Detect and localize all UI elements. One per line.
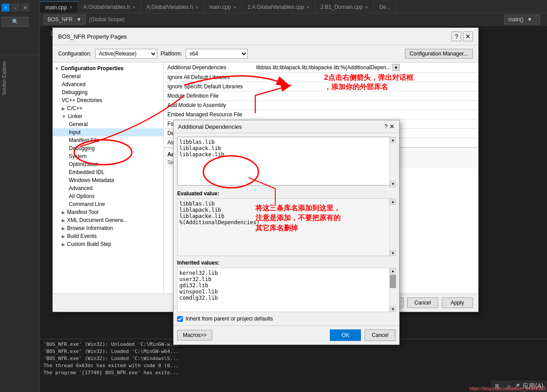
prop-row-additional-deps[interactable]: Additional Dependencies libblas.lib;libl… xyxy=(164,63,478,73)
add-dep-help-button[interactable]: ? xyxy=(384,123,388,130)
tab-globalvariables-2[interactable]: A:GlobalVariables.h × xyxy=(141,1,204,13)
tab-globalvariables-cpp[interactable]: 1:A:GlobalVariables.cpp × xyxy=(242,1,315,13)
inherited-container: kernel32.lib user32.lib gdi32.lib winspo… xyxy=(177,268,396,312)
tree-item-vc-directories[interactable]: VC++ Directories xyxy=(53,96,163,104)
apply-button[interactable]: Apply xyxy=(442,297,473,308)
prop-row-ignore-specific[interactable]: Ignore Specific Default Libraries xyxy=(164,82,478,91)
close-icon[interactable]: × xyxy=(307,5,309,10)
scroll-up-icon[interactable]: ▲ xyxy=(390,137,396,143)
tree-item-manifest-tool[interactable]: ▶ Manifest Tool xyxy=(53,208,163,216)
tree-arrow-icon-3: ▼ xyxy=(62,114,66,119)
tree-item-debugging-top[interactable]: Debugging xyxy=(53,88,163,96)
dialog-help-button[interactable]: ? xyxy=(452,32,461,41)
tree-item-cpp[interactable]: ▶ C/C++ xyxy=(53,104,163,112)
tab-main-cpp[interactable]: main.cpp × xyxy=(40,1,78,13)
tree-arrow-icon-2: ▶ xyxy=(62,106,65,111)
inherited-scrollbar[interactable]: ▲ ▼ xyxy=(389,268,396,312)
evaluated-label: Evaluated value: xyxy=(177,190,396,197)
tree-item-windows-metadata[interactable]: Windows Metadata xyxy=(53,176,163,184)
nav-btn-2[interactable]: - xyxy=(12,4,20,12)
evaluated-container: libblas.lib liblapack.lib liblapacke.lib… xyxy=(177,198,396,256)
tree-item-all-options[interactable]: All Options xyxy=(53,192,163,200)
inherited-line-5: comdlg32.lib xyxy=(179,295,393,301)
tree-item-embedded-idl[interactable]: Embedded IDL xyxy=(53,168,163,176)
close-icon[interactable]: × xyxy=(70,5,72,10)
inherited-line-2: user32.lib xyxy=(179,276,393,282)
dialog-title-bar: BOS_NFR Property Pages ? ✕ xyxy=(53,28,478,45)
tree-item-xml-doc[interactable]: ▶ XML Document Genera... xyxy=(53,216,163,224)
search-sidebar[interactable]: 🔍 xyxy=(0,15,40,28)
function-selector[interactable]: main() ▼ xyxy=(504,15,540,24)
add-dep-title-text: Additional Dependencies xyxy=(178,123,242,130)
tab-bar: main.cpp × A:GlobalVariables.h × A:Globa… xyxy=(40,0,547,13)
tree-arrow-icon-8: ▶ xyxy=(62,242,65,247)
inherited-values-section: Inherited values: kernel32.lib user32.li… xyxy=(177,260,396,312)
nav-btn-1[interactable]: + xyxy=(2,4,10,12)
add-dep-input[interactable]: libblas.lib liblapack.lib liblapacke.lib xyxy=(177,137,396,186)
tree-item-linker-advanced[interactable]: Advanced xyxy=(53,184,163,192)
dropdown-arrow-icon-2: ▼ xyxy=(527,16,532,23)
tree-item-browse-info[interactable]: ▶ Browse Information xyxy=(53,224,163,232)
tree-item-linker[interactable]: ▼ Linker xyxy=(53,112,163,120)
nav-btn-3[interactable]: × xyxy=(21,4,29,12)
search-icon: 🔍 xyxy=(2,17,28,27)
inherited-scroll-down-icon[interactable]: ▼ xyxy=(390,306,396,312)
close-icon[interactable]: × xyxy=(196,5,198,10)
eval-scrollbar[interactable]: ▲ ▼ xyxy=(389,198,396,256)
tab-b1domain[interactable]: 2:B1_Domain.cpp × xyxy=(315,1,374,13)
cancel-button[interactable]: Cancel xyxy=(407,297,438,308)
output-line-5: The program '[17740] BOS_NFR.exe' has ex… xyxy=(44,369,543,376)
tree-item-command-line[interactable]: Command Line xyxy=(53,200,163,208)
project-selector[interactable]: BOS_NFR ▼ xyxy=(44,15,86,24)
add-dep-title-bar: Additional Dependencies ? ✕ xyxy=(174,120,399,133)
tree-item-linker-general[interactable]: General xyxy=(53,120,163,128)
eval-scroll-down-icon[interactable]: ▼ xyxy=(390,250,396,256)
tab-main-cpp-2[interactable]: main.cpp × xyxy=(204,1,242,13)
tree-item-advanced[interactable]: Advanced xyxy=(53,80,163,88)
platform-select[interactable]: x64 xyxy=(186,49,248,59)
tree-item-manifest-file[interactable]: Manifest File xyxy=(53,136,163,144)
dialog-title: BOS_NFR Property Pages xyxy=(58,33,127,40)
add-dep-title-buttons: ? ✕ xyxy=(384,123,395,130)
add-dep-cancel-button[interactable]: Cancel xyxy=(365,329,396,341)
inherit-checkbox[interactable] xyxy=(177,316,183,322)
tree-item-build-events[interactable]: ▶ Build Events xyxy=(53,232,163,240)
config-manager-button[interactable]: Configuration Manager... xyxy=(405,49,473,59)
output-line-3: 'BOS_NFR.exe' (Win32): Loaded 'C:\Window… xyxy=(44,355,543,362)
add-dep-ok-button[interactable]: OK xyxy=(330,329,361,341)
macros-button[interactable]: Macros>> xyxy=(177,330,212,341)
additional-deps-dropdown-button[interactable]: ▼ xyxy=(392,64,400,71)
inherited-label: Inherited values: xyxy=(177,260,396,266)
tree-item-config-properties[interactable]: ▼ Configuration Properties xyxy=(53,64,163,72)
close-icon[interactable]: × xyxy=(133,5,135,10)
additional-dependencies-dialog: Additional Dependencies ? ✕ libblas.lib … xyxy=(173,120,400,345)
tab-globalvariables-1[interactable]: A:GlobalVariables.h × xyxy=(78,1,141,13)
eval-line-4: %(AdditionalDependencies) xyxy=(179,219,393,226)
add-dep-close-button[interactable]: ✕ xyxy=(389,123,395,130)
close-icon[interactable]: × xyxy=(234,5,236,10)
scroll-down-icon[interactable]: ▼ xyxy=(390,181,396,187)
eval-scroll-up-icon[interactable]: ▲ xyxy=(390,198,396,205)
dialog-close-button[interactable]: ✕ xyxy=(463,32,473,41)
tree-arrow-icon-5: ▶ xyxy=(62,218,65,223)
config-select[interactable]: Active(Release) xyxy=(95,49,157,59)
dropdown-arrow-icon: ▼ xyxy=(76,16,82,23)
tree-item-system[interactable]: System xyxy=(53,152,163,160)
tree-item-optimization[interactable]: Optimization xyxy=(53,160,163,168)
eval-line-1: libblas.lib xyxy=(179,201,393,207)
tree-item-linker-debugging[interactable]: Debugging xyxy=(53,144,163,152)
close-icon[interactable]: × xyxy=(365,5,368,10)
tab-de[interactable]: De... xyxy=(374,1,396,13)
prop-row-add-module[interactable]: Add Module to Assembly xyxy=(164,101,478,110)
config-label: Configuration: xyxy=(58,51,91,57)
dialog-title-buttons: ? ✕ xyxy=(452,32,473,41)
tree-item-linker-input[interactable]: Input xyxy=(53,128,163,136)
tree-item-custom-build-step[interactable]: ▶ Custom Build Step xyxy=(53,240,163,248)
watermark: https://blog.csdn.net/weixin_44041403 xyxy=(468,385,547,392)
prop-row-embed-managed[interactable]: Embed Managed Resource File xyxy=(164,110,478,119)
textarea-scrollbar[interactable]: ▲ ▼ xyxy=(389,137,396,187)
prop-row-module-def[interactable]: Module Definition File xyxy=(164,91,478,101)
inherited-scroll-up-icon[interactable]: ▲ xyxy=(390,268,396,274)
tree-item-general[interactable]: General xyxy=(53,72,163,80)
prop-row-ignore-all[interactable]: Ignore All Default Libraries xyxy=(164,73,478,82)
